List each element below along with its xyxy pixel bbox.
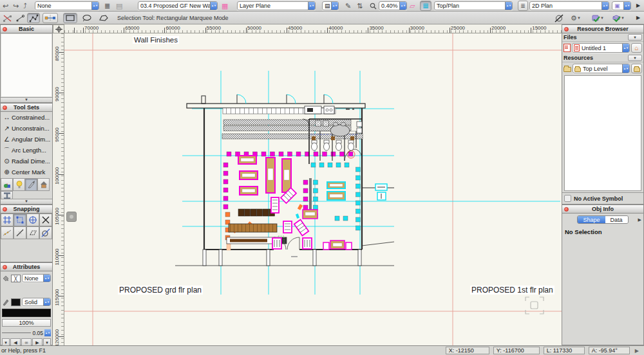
plane-grid-toggle[interactable]: ▦ [420,1,431,11]
class-dropdown[interactable]: None▲▼ [35,1,99,10]
tab-overflow-icon[interactable]: ▶ [638,217,641,223]
snap-to-distance-icon[interactable] [1,226,14,239]
home-button[interactable]: ⌂ [631,43,642,53]
clip-cube-dropdown[interactable]: ▣▲▼ [612,1,631,10]
tool-set-item-angulardim[interactable]: ∠Angular Dim... [1,134,52,145]
line-weight-slider[interactable] [2,332,31,333]
fill-pattern-swatch[interactable]: ╳ [11,275,21,282]
building-house-tool-icon[interactable] [37,178,50,191]
snapping-palette-header[interactable]: Snapping [1,205,52,214]
tool-set-item-centermark[interactable]: ⊕Center Mark [1,167,52,178]
opacity-button[interactable]: 100% [2,319,51,327]
3d-shapes-tool-icon[interactable] [1,178,13,191]
view-dropdown[interactable]: Top/Plan▲▼ [434,1,513,10]
sheet-icon[interactable]: ▤ [116,1,122,10]
no-rotation-icon[interactable] [554,14,564,23]
horizontal-ruler[interactable]: 7000065000600005500050000450004000035000… [64,24,562,33]
snap-to-working-plane-icon[interactable] [26,226,39,239]
tool-set-item-unconstrain[interactable]: ↗Unconstrain... [1,123,52,134]
basic-palette-header[interactable]: Basic [1,25,52,33]
lasso-marquee-mode-button[interactable] [80,13,94,23]
close-icon[interactable] [3,105,7,110]
obj-info-header[interactable]: Obj Info [562,205,643,214]
navigate-branch-icon[interactable]: ⤴ [23,1,27,10]
scroll-more-button[interactable]: ▼ [1,199,52,204]
layer-dropdown[interactable]: 03.4 Proposed GF New Walls /...▲▼ [138,1,218,10]
polygon-marquee-mode-button[interactable] [97,13,111,23]
resources-dropdown[interactable]: Top Level▲▼ [573,64,630,73]
stepper-icon[interactable]: ▲▼ [44,329,51,336]
status-expand-icon[interactable]: ▶ [635,348,639,354]
resources-collapse-button[interactable]: ▾ [628,55,642,61]
snap-to-tangent-icon[interactable] [39,226,52,239]
forward-arrow-icon[interactable]: ↪ [13,1,19,10]
drawing-canvas[interactable]: Wall Finishes PROPOSED grd flr plan PROP… [64,33,562,345]
close-icon[interactable] [3,207,7,212]
snap-to-grid-icon[interactable] [1,214,14,226]
snap-to-angle-icon[interactable] [26,214,39,226]
snap-to-intersection-icon[interactable] [39,214,52,226]
swap-views-icon[interactable]: ⇅ [357,1,363,10]
stepper-icon[interactable]: ▲▼ [43,298,50,306]
close-icon[interactable] [564,207,569,212]
constrain-mode-button[interactable] [43,13,58,23]
stepper-icon[interactable]: ▲▼ [622,43,629,53]
ruler-origin-button[interactable] [53,24,64,33]
stepper-icon[interactable]: ▲▼ [623,1,630,10]
layer-stack-icon[interactable]: ≣ [104,1,110,10]
stepper-icon[interactable]: ▲▼ [308,1,315,10]
edit-sheet-icon[interactable]: ✎ [345,1,351,10]
stepper-icon[interactable]: ▲▼ [399,1,406,10]
resource-list[interactable] [564,75,641,191]
stepper-icon[interactable]: ▲▼ [331,1,338,10]
plane-dropdown[interactable]: Layer Plane▲▼ [237,1,316,10]
single-point-mode-icon[interactable] [15,14,25,23]
pen-style-dropdown[interactable]: Solid▲▼ [22,298,51,306]
close-icon[interactable] [3,265,7,269]
stepper-icon[interactable]: ▲▼ [91,1,99,10]
modebar-overflow-icon[interactable]: ▶ [636,14,640,23]
color-preview-bar[interactable] [2,309,51,317]
tool-set-item-radialdime[interactable]: ⊙Radial Dime... [1,156,52,167]
stepper-icon[interactable]: ▲▼ [622,64,629,73]
tool-sets-palette-header[interactable]: Tool Sets [1,104,52,112]
visibility-check-alt-icon[interactable]: ▼ [612,14,625,23]
detailing-knife-tool-icon[interactable] [25,178,37,191]
fill-style-dropdown[interactable]: None▲▼ [22,274,51,282]
palette-drag-handle[interactable] [66,212,77,222]
visibility-check-icon[interactable]: ▼ [591,14,604,23]
resource-browser-header[interactable]: Resource Browser [562,25,643,33]
snap-to-edge-icon[interactable] [14,226,26,239]
wall-mode-icon[interactable]: ▦ [222,1,228,10]
render-dropdown[interactable]: 2D Plan▲▼ [529,1,609,10]
close-icon[interactable] [3,27,7,32]
tab-shape[interactable]: Shape [578,216,605,223]
settings-gear-icon[interactable]: ⚙▼ [571,14,581,23]
tool-set-item-arclength[interactable]: ⌒Arc Length... [1,145,52,156]
vertical-ruler[interactable]: 8500090000950001000001050001100001150001… [53,33,64,345]
toolbar-overflow-icon[interactable]: ▶ [636,1,640,10]
tab-data[interactable]: Data [605,216,628,223]
resource-action-button[interactable] [631,64,642,73]
working-plane-icon[interactable]: ▱ [410,1,415,10]
disable-interactive-scaling-icon[interactable] [3,14,12,23]
files-collapse-button[interactable]: ▾ [628,34,642,41]
stepper-icon[interactable]: ▲▼ [210,1,217,10]
file-dropdown[interactable]: Untitled 1▲▼ [572,43,630,53]
pen-color-swatch[interactable] [11,298,21,306]
rectangular-marquee-mode-button[interactable] [63,13,77,23]
basic-tool-area[interactable] [1,34,52,96]
back-arrow-icon[interactable]: ↩ [3,1,8,10]
multi-point-mode-icon[interactable] [27,13,40,23]
attributes-palette-header[interactable]: Attributes [1,263,52,271]
document-dropdown[interactable]: ▤▲▼ [322,1,339,10]
snap-to-object-icon[interactable] [14,214,26,226]
zoom-dropdown[interactable]: 0.40%▲▼ [379,1,407,10]
scroll-more-button[interactable]: ▼ [1,97,52,102]
zoom-magnifier-icon[interactable] [370,1,377,10]
stepper-icon[interactable]: ▲▼ [505,1,512,10]
stepper-icon[interactable]: ▲▼ [601,1,609,10]
layer-options-button[interactable]: ≣ [518,1,528,11]
visualization-bulb-tool-icon[interactable] [13,178,25,191]
stepper-icon[interactable]: ▲▼ [43,274,50,282]
